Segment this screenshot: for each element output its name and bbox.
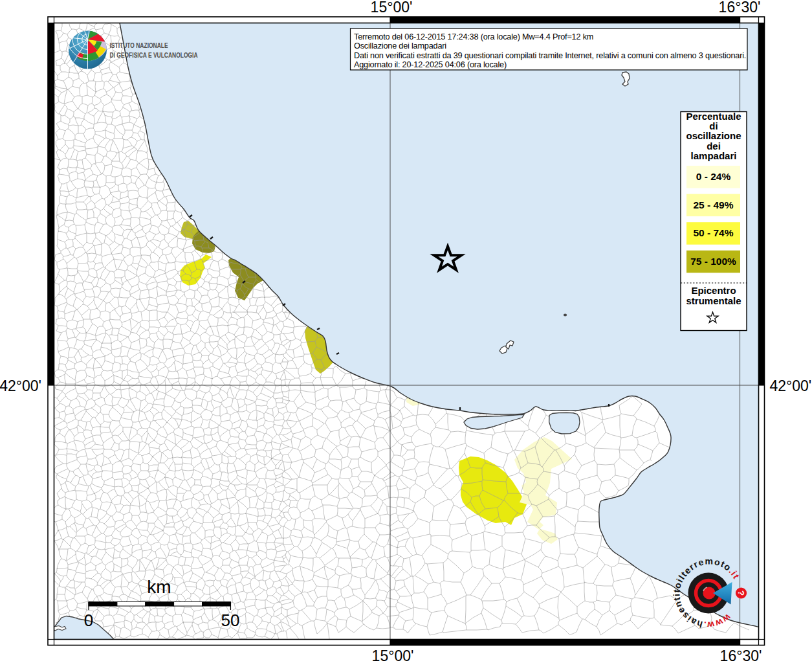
svg-text:0: 0 bbox=[84, 611, 93, 630]
svg-text:?: ? bbox=[736, 590, 746, 596]
svg-text:42°00': 42°00' bbox=[0, 377, 41, 394]
svg-text:Terremoto del 06-12-2015 17:24: Terremoto del 06-12-2015 17:24:38 (ora l… bbox=[354, 32, 593, 41]
svg-text:15°00': 15°00' bbox=[371, 0, 413, 16]
svg-text:Epicentro: Epicentro bbox=[691, 285, 736, 296]
svg-text:15°00': 15°00' bbox=[372, 647, 414, 663]
svg-text:75 - 100%: 75 - 100% bbox=[690, 256, 736, 267]
svg-text:50 - 74%: 50 - 74% bbox=[693, 227, 733, 238]
svg-text:50: 50 bbox=[221, 611, 240, 630]
svg-text:km: km bbox=[147, 577, 171, 597]
svg-text:Dati non verificati estratti d: Dati non verificati estratti da 39 quest… bbox=[354, 51, 746, 60]
svg-text:42°00': 42°00' bbox=[770, 377, 812, 394]
svg-text:0 - 24%: 0 - 24% bbox=[696, 171, 731, 182]
svg-text:25 - 49%: 25 - 49% bbox=[693, 199, 733, 210]
svg-text:16°30': 16°30' bbox=[720, 647, 762, 663]
svg-text:16°30': 16°30' bbox=[719, 0, 761, 16]
svg-text:Oscillazione dei lampadari: Oscillazione dei lampadari bbox=[354, 41, 446, 51]
svg-text:DI GEOFISICA E VULCANOLOGIA: DI GEOFISICA E VULCANOLOGIA bbox=[110, 51, 198, 59]
svg-text:lampadari: lampadari bbox=[691, 150, 737, 161]
svg-text:ISTITUTO NAZIONALE: ISTITUTO NAZIONALE bbox=[110, 41, 169, 49]
svg-text:Aggiornato il: 20-12-2025 04:0: Aggiornato il: 20-12-2025 04:06 (ora loc… bbox=[354, 60, 507, 69]
svg-text:strumentale: strumentale bbox=[686, 295, 741, 306]
